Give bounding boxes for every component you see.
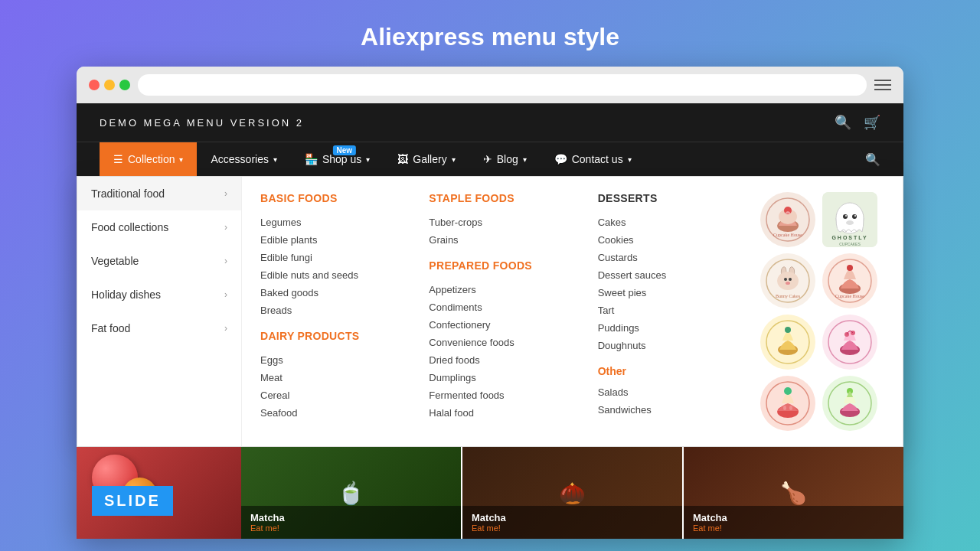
cart-icon[interactable]: 🛒 — [864, 114, 880, 131]
dot-yellow[interactable] — [104, 80, 115, 90]
mega-link-grains[interactable]: Grains — [429, 231, 573, 249]
mega-link-meat[interactable]: Meat — [260, 369, 404, 386]
nav-collection-label: Collection — [128, 153, 175, 165]
sidebar-holiday-label: Holiday dishes — [91, 289, 161, 301]
slide-area: SLIDE — [77, 447, 241, 539]
sidebar-fatfood-label: Fat food — [91, 322, 130, 334]
brand-cupcake4[interactable] — [822, 315, 877, 370]
sidebar-item-holiday[interactable]: Holiday dishes › — [77, 278, 241, 311]
food-card-1[interactable]: 🍵 Matcha Eat me! — [241, 447, 461, 539]
mega-col-basic: Basic foods Legumes Edible plants Edible… — [260, 192, 416, 431]
brand-cupcake5[interactable] — [760, 376, 815, 431]
nav-blog-label: Blog — [497, 153, 518, 165]
mega-link-bakedgoods[interactable]: Baked goods — [260, 284, 404, 302]
svg-text:Cupcake House: Cupcake House — [773, 233, 802, 237]
mega-link-fermented[interactable]: Fermented foods — [429, 386, 573, 404]
mega-col-desserts: Desserts Cakes Cookies Custards Dessert … — [586, 192, 754, 431]
mega-col-staple: Staple foods Tuber-crops Grains Prepared… — [416, 192, 585, 431]
arrow-icon: › — [224, 289, 227, 300]
food-card-2[interactable]: 🌰 Matcha Eat me! — [461, 447, 682, 539]
dot-red[interactable] — [89, 80, 100, 90]
header-icons: 🔍 🛒 — [835, 114, 880, 131]
dot-green[interactable] — [119, 80, 130, 90]
food-overlay-3: Matcha Eat me! — [684, 506, 903, 539]
mega-link-eggs[interactable]: Eggs — [260, 351, 404, 369]
mega-link-legumes[interactable]: Legumes — [260, 214, 404, 231]
sidebar-item-foodcollections[interactable]: Food collections › — [77, 210, 241, 244]
svg-point-8 — [852, 214, 857, 219]
mega-link-condiments[interactable]: Condiments — [429, 298, 573, 316]
sidebar-item-traditional[interactable]: Traditional food › — [77, 177, 241, 210]
mega-menu-content: Basic foods Legumes Edible plants Edible… — [242, 177, 903, 446]
nav-item-blog[interactable]: ✈ Blog ▾ — [469, 142, 541, 176]
mega-link-appetizers[interactable]: Appetizers — [429, 281, 573, 298]
brand-cupcake3[interactable] — [760, 315, 815, 370]
mega-link-driedfoods[interactable]: Dried foods — [429, 351, 573, 369]
brand-cupcakehouse1[interactable]: Cupcake House — [760, 192, 815, 247]
chevron-down-icon: ▾ — [523, 155, 527, 164]
nav-item-contact[interactable]: 💬 Contact us ▾ — [541, 142, 645, 176]
arrow-icon: › — [224, 323, 227, 334]
brand-cupcakehouse2[interactable]: Cupcake House — [822, 253, 877, 308]
chevron-down-icon: ▾ — [179, 155, 183, 164]
blog-icon: ✈ — [483, 153, 492, 165]
food-overlay-2: Matcha Eat me! — [462, 506, 682, 539]
svg-text:GHOSTLY: GHOSTLY — [831, 235, 867, 240]
food-sub-1: Eat me! — [250, 523, 452, 533]
mega-link-confectionery[interactable]: Confectionery — [429, 316, 573, 334]
mega-link-tubercrops[interactable]: Tuber-crops — [429, 214, 573, 231]
mega-link-doughnuts[interactable]: Doughnuts — [598, 337, 742, 354]
mega-link-ediblenuts[interactable]: Edible nuts and seeds — [260, 266, 404, 284]
sidebar-item-fatfood[interactable]: Fat food › — [77, 311, 241, 345]
browser-dots — [89, 80, 130, 90]
search-icon[interactable]: 🔍 — [835, 114, 851, 131]
sidebar-traditional-label: Traditional food — [91, 187, 165, 200]
mega-link-halal[interactable]: Halal food — [429, 404, 573, 422]
food-card-3[interactable]: 🍗 Matcha Eat me! — [682, 447, 903, 539]
nav-search-icon[interactable]: 🔍 — [865, 152, 880, 167]
mega-link-puddings[interactable]: Puddings — [598, 319, 742, 337]
mega-link-sandwiches[interactable]: Sandwiches — [598, 401, 742, 419]
contact-icon: 💬 — [554, 153, 567, 165]
mega-link-cakes[interactable]: Cakes — [598, 214, 742, 231]
svg-point-35 — [789, 406, 792, 410]
mega-link-sweetpies[interactable]: Sweet pies — [598, 284, 742, 302]
food-title-2: Matcha — [472, 512, 673, 523]
svg-text:CUPCAKES: CUPCAKES — [839, 242, 861, 246]
mega-link-seafood[interactable]: Seafood — [260, 404, 404, 422]
brand-bunnycakes[interactable]: Bunny Cakes — [760, 253, 815, 308]
store-logo: DEMO MEGA MENU VERSION 2 — [100, 117, 304, 129]
mega-link-salads[interactable]: Salads — [598, 383, 742, 401]
address-bar[interactable] — [138, 74, 867, 96]
svg-point-34 — [783, 406, 786, 410]
mega-link-tart[interactable]: Tart — [598, 302, 742, 319]
browser-window: DEMO MEGA MENU VERSION 2 🔍 🛒 ☰ Collectio… — [77, 67, 903, 539]
mega-link-breads[interactable]: Breads — [260, 302, 404, 319]
chevron-down-icon: ▾ — [366, 155, 370, 164]
nav-item-shopus[interactable]: New 🏪 Shop us ▾ — [291, 142, 384, 176]
store-header: DEMO MEGA MENU VERSION 2 🔍 🛒 — [77, 103, 903, 142]
hamburger-icon[interactable] — [874, 80, 891, 90]
mega-link-convenience[interactable]: Convenience foods — [429, 334, 573, 351]
nav-gallery-label: Gallery — [413, 153, 446, 165]
brand-ghostly[interactable]: GHOSTLY CUPCAKES — [822, 192, 877, 247]
mega-link-ediblefungi[interactable]: Edible fungi — [260, 249, 404, 266]
sidebar-item-vegetable[interactable]: Vegetable › — [77, 244, 241, 278]
mega-link-dessertsauces[interactable]: Dessert sauces — [598, 266, 742, 284]
mega-link-cereal[interactable]: Cereal — [260, 386, 404, 404]
mega-link-custards[interactable]: Custards — [598, 249, 742, 266]
arrow-icon: › — [224, 256, 227, 266]
basic-foods-title: Basic foods — [260, 192, 404, 204]
brand-cupcake6[interactable] — [822, 376, 877, 431]
svg-point-9 — [845, 215, 847, 217]
food-title-1: Matcha — [250, 512, 452, 523]
mega-link-edibleplants[interactable]: Edible plants — [260, 231, 404, 249]
nav-item-gallery[interactable]: 🖼 Gallery ▾ — [384, 142, 469, 176]
food-images: 🍵 Matcha Eat me! 🌰 Matcha Eat me! 🍗 Matc… — [241, 447, 903, 539]
chevron-down-icon: ▾ — [628, 155, 632, 164]
nav-item-accessories[interactable]: Accessories ▾ — [197, 142, 290, 176]
nav-item-collection[interactable]: ☰ Collection ▾ — [100, 142, 197, 176]
mega-link-cookies[interactable]: Cookies — [598, 231, 742, 249]
desserts-title: Desserts — [598, 192, 742, 204]
mega-link-dumplings[interactable]: Dumplings — [429, 369, 573, 386]
